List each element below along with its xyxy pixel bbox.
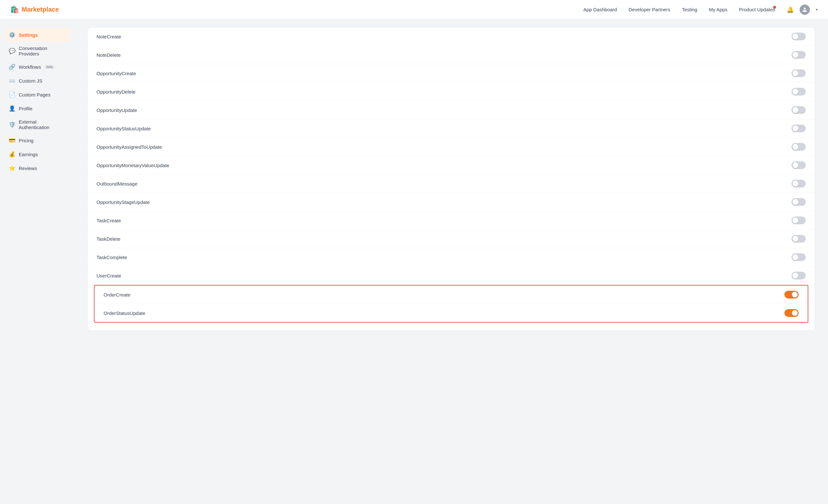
conversation-providers-icon: 💬	[8, 48, 15, 54]
toggle-thumb	[792, 272, 798, 279]
event-label: OpportunityUpdate	[96, 108, 137, 113]
workflows-icon: 🔗	[8, 64, 15, 70]
main-content: NoteCreate NoteDelete OpportunityCreate	[74, 19, 828, 504]
toggle-thumb	[792, 292, 798, 297]
event-row-opportunity-status-update: OpportunityStatusUpdate	[87, 119, 815, 138]
event-toggle-task-delete[interactable]	[791, 235, 806, 243]
events-card: NoteCreate NoteDelete OpportunityCreate	[87, 27, 815, 331]
nav-product-updates[interactable]: Product Updates	[739, 7, 775, 12]
sidebar-item-earnings-label: Earnings	[19, 152, 38, 157]
event-row-note-delete: NoteDelete	[87, 46, 815, 64]
event-toggle-opportunity-monetary-value-update[interactable]	[791, 161, 806, 169]
nav-developer-partners[interactable]: Developer Partners	[629, 7, 670, 12]
event-toggle-opportunity-assigned-to-update[interactable]	[791, 143, 806, 151]
event-label: OpportunityMonetaryValueUpdate	[96, 163, 169, 168]
toggle-thumb	[792, 310, 798, 316]
logo[interactable]: 🛍️ Marketplace	[10, 5, 59, 14]
top-navigation: 🛍️ Marketplace App Dashboard Developer P…	[0, 0, 828, 19]
sidebar-item-custom-js-label: Custom JS	[19, 78, 42, 84]
custom-js-icon: ⌨️	[8, 77, 15, 84]
sidebar-item-settings-label: Settings	[19, 32, 38, 38]
toggle-thumb	[792, 34, 798, 39]
event-row-opportunity-monetary-value-update: OpportunityMonetaryValueUpdate	[87, 156, 815, 175]
sidebar-item-workflows[interactable]: 🔗 Workflows beta	[4, 60, 70, 74]
nav-actions: 🔔 ▾	[787, 4, 818, 15]
event-row-opportunity-update: OpportunityUpdate	[87, 101, 815, 119]
event-row-outbound-message: OutboundMessage	[87, 175, 815, 193]
event-toggle-outbound-message[interactable]	[791, 180, 806, 187]
sidebar-item-profile-label: Profile	[19, 106, 33, 111]
event-label: NoteDelete	[96, 52, 121, 58]
beta-badge: beta	[45, 65, 54, 69]
event-row-user-create: UserCreate	[87, 266, 815, 285]
sidebar-item-custom-pages[interactable]: 📄 Custom Pages	[4, 88, 70, 101]
nav-product-updates-label: Product Updates	[739, 7, 775, 12]
event-row-task-complete: TaskComplete	[87, 248, 815, 266]
sidebar-item-external-auth[interactable]: 🛡️ External Authentication	[4, 116, 70, 133]
sidebar-item-pricing[interactable]: 💳 Pricing	[4, 134, 70, 147]
sidebar-item-settings[interactable]: ⚙️ Settings	[4, 29, 70, 42]
page-layout: ⚙️ Settings 💬 Conversation Providers 🔗 W…	[0, 19, 828, 504]
logo-text: Marketplace	[22, 6, 59, 13]
toggle-thumb	[792, 107, 798, 113]
nav-my-apps[interactable]: My Apps	[709, 7, 728, 12]
event-label: TaskDelete	[96, 236, 120, 242]
event-row-task-delete: TaskDelete	[87, 230, 815, 248]
event-label: OrderCreate	[104, 292, 130, 297]
event-toggle-task-complete[interactable]	[791, 253, 806, 261]
sidebar-item-custom-js[interactable]: ⌨️ Custom JS	[4, 74, 70, 87]
event-row-opportunity-delete: OpportunityDelete	[87, 83, 815, 101]
event-label: OpportunityStatusUpdate	[96, 126, 151, 131]
custom-pages-icon: 📄	[8, 91, 15, 98]
event-label: TaskCreate	[96, 218, 121, 223]
event-toggle-order-status-update[interactable]	[784, 309, 799, 317]
nav-testing[interactable]: Testing	[682, 7, 697, 12]
event-toggle-note-delete[interactable]	[791, 51, 806, 59]
event-toggle-task-create[interactable]	[791, 216, 806, 224]
sidebar-item-conversation-providers-label: Conversation Providers	[19, 45, 66, 56]
event-toggle-opportunity-status-update[interactable]	[791, 125, 806, 132]
sidebar-item-pricing-label: Pricing	[19, 138, 34, 143]
event-label: OrderStatusUpdate	[104, 310, 145, 316]
event-toggle-order-create[interactable]	[784, 291, 799, 298]
sidebar-item-reviews[interactable]: ⭐ Reviews	[4, 162, 70, 175]
notification-bell-icon[interactable]: 🔔	[787, 6, 794, 13]
event-label: OpportunityAssignedToUpdate	[96, 144, 162, 150]
toggle-thumb	[792, 254, 798, 260]
sidebar-item-profile[interactable]: 👤 Profile	[4, 102, 70, 115]
event-toggle-user-create[interactable]	[791, 272, 806, 280]
event-toggle-opportunity-delete[interactable]	[791, 88, 806, 95]
notification-badge-dot	[773, 6, 776, 9]
toggle-thumb	[792, 70, 798, 76]
account-chevron-icon[interactable]: ▾	[816, 7, 818, 12]
sidebar-item-earnings[interactable]: 💰 Earnings	[4, 148, 70, 161]
avatar[interactable]	[799, 4, 810, 15]
event-toggle-note-create[interactable]	[791, 33, 806, 40]
event-toggle-opportunity-update[interactable]	[791, 106, 806, 114]
event-toggle-opportunity-stage-update[interactable]	[791, 198, 806, 206]
toggle-thumb	[792, 181, 798, 186]
toggle-thumb	[792, 162, 798, 168]
sidebar-item-reviews-label: Reviews	[19, 166, 37, 171]
nav-app-dashboard[interactable]: App Dashboard	[583, 7, 617, 12]
event-row-order-create: OrderCreate	[94, 286, 808, 304]
sidebar-item-external-auth-label: External Authentication	[19, 119, 66, 130]
earnings-icon: 💰	[8, 151, 15, 158]
event-label: OpportunityCreate	[96, 71, 136, 76]
sidebar: ⚙️ Settings 💬 Conversation Providers 🔗 W…	[0, 19, 74, 504]
toggle-thumb	[792, 236, 798, 242]
toggle-thumb	[792, 217, 798, 223]
event-row-opportunity-create: OpportunityCreate	[87, 64, 815, 83]
event-label: OutboundMessage	[96, 181, 137, 186]
event-label: NoteCreate	[96, 34, 121, 39]
event-row-task-create: TaskCreate	[87, 211, 815, 230]
event-label: TaskComplete	[96, 255, 127, 260]
event-label: UserCreate	[96, 273, 121, 279]
sidebar-item-workflows-label: Workflows	[19, 64, 41, 70]
event-row-order-status-update: OrderStatusUpdate	[94, 304, 808, 322]
highlighted-events-group: OrderCreate OrderStatusUpdate	[94, 285, 808, 323]
event-toggle-opportunity-create[interactable]	[791, 69, 806, 77]
sidebar-item-conversation-providers[interactable]: 💬 Conversation Providers	[4, 42, 70, 60]
reviews-icon: ⭐	[8, 165, 15, 172]
settings-icon: ⚙️	[8, 32, 15, 38]
